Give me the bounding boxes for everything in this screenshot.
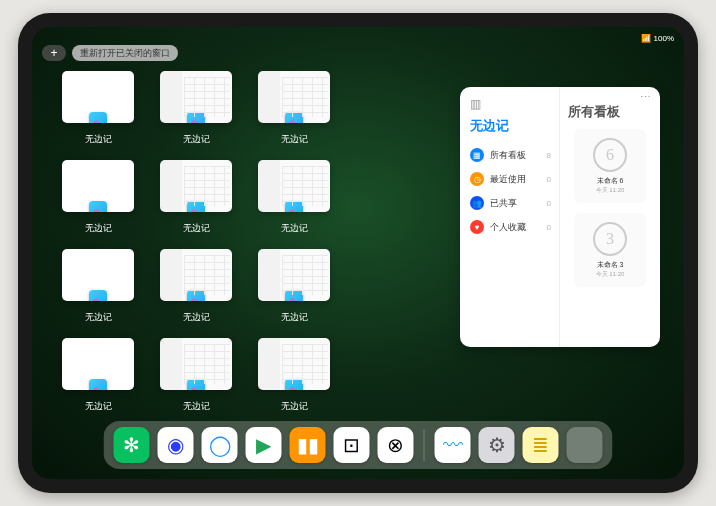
people-icon: 👥 xyxy=(470,196,484,210)
sidebar-item-heart[interactable]: ♥ 个人收藏 0 xyxy=(470,215,551,239)
screen: 📶 100% + 重新打开已关闭的窗口 无边记 无边记 无边记 xyxy=(32,27,684,479)
window-label: 无边记 xyxy=(183,400,210,413)
freeform-app-icon xyxy=(89,201,107,212)
sidebar-item-count: 0 xyxy=(547,175,551,184)
sidebar-item-count: 8 xyxy=(547,151,551,160)
ipad-frame: 📶 100% + 重新打开已关闭的窗口 无边记 无边记 无边记 xyxy=(18,13,698,493)
freeform-app-icon xyxy=(187,112,205,123)
board-time: 今天 11:20 xyxy=(596,186,625,195)
dock-app-playstore[interactable]: ▶ xyxy=(246,427,282,463)
board-sketch: 3 xyxy=(593,222,627,256)
window-thumbnail[interactable]: 无边记 xyxy=(160,71,232,146)
dock-app-qqbrowser[interactable]: ◯ xyxy=(202,427,238,463)
window-thumbnail[interactable]: 无边记 xyxy=(62,249,134,324)
dock-separator xyxy=(424,429,425,461)
freeform-app-icon xyxy=(285,201,303,212)
dock-app-dice[interactable]: ⊡ xyxy=(334,427,370,463)
window-label: 无边记 xyxy=(85,222,112,235)
freeform-app-icon xyxy=(187,379,205,390)
sidebar-item-label: 最近使用 xyxy=(490,173,526,186)
dock-app-books[interactable]: ▮▮ xyxy=(290,427,326,463)
sidebar-item-count: 0 xyxy=(547,223,551,232)
status-battery: 📶 100% xyxy=(641,34,674,43)
window-thumbnail[interactable]: 无边记 xyxy=(62,160,134,235)
dock-app-freeform[interactable]: 〰 xyxy=(435,427,471,463)
panel-sidebar: ▥ 无边记 ▦ 所有看板 8 ◷ 最近使用 0 👥 已共享 0 ♥ 个人收藏 0 xyxy=(460,87,560,347)
top-bar: + 重新打开已关闭的窗口 xyxy=(42,45,178,61)
freeform-app-icon xyxy=(285,379,303,390)
window-thumbnail[interactable]: 无边记 xyxy=(160,160,232,235)
window-label: 无边记 xyxy=(183,222,210,235)
board-thumbnail[interactable]: 6 未命名 6 今天 11:20 xyxy=(574,129,646,203)
freeform-panel[interactable]: ▥ 无边记 ▦ 所有看板 8 ◷ 最近使用 0 👥 已共享 0 ♥ 个人收藏 0… xyxy=(460,87,660,347)
window-label: 无边记 xyxy=(281,311,308,324)
panel-content: ⋯ 所有看板 6 未命名 6 今天 11:20 3 未命名 3 今天 11:20 xyxy=(560,87,660,347)
sidebar-item-grid[interactable]: ▦ 所有看板 8 xyxy=(470,143,551,167)
app-switcher-grid: 无边记 无边记 无边记 无边记 无边记 xyxy=(62,71,428,413)
heart-icon: ♥ xyxy=(470,220,484,234)
sidebar-item-label: 个人收藏 xyxy=(490,221,526,234)
board-time: 今天 11:20 xyxy=(596,270,625,279)
reopen-closed-window-button[interactable]: 重新打开已关闭的窗口 xyxy=(72,45,178,61)
sidebar-item-count: 0 xyxy=(547,199,551,208)
sidebar-item-people[interactable]: 👥 已共享 0 xyxy=(470,191,551,215)
window-thumbnail[interactable]: 无边记 xyxy=(258,71,330,146)
status-bar: 📶 100% xyxy=(42,31,674,45)
board-name: 未命名 6 xyxy=(597,176,624,186)
freeform-app-icon xyxy=(285,112,303,123)
window-thumbnail[interactable]: 无边记 xyxy=(160,249,232,324)
freeform-app-icon xyxy=(89,112,107,123)
freeform-app-icon xyxy=(187,290,205,301)
window-label: 无边记 xyxy=(85,400,112,413)
window-thumbnail[interactable]: 无边记 xyxy=(258,160,330,235)
window-label: 无边记 xyxy=(281,133,308,146)
window-label: 无边记 xyxy=(281,222,308,235)
dock-app-wechat[interactable]: ✻ xyxy=(114,427,150,463)
freeform-app-icon xyxy=(89,379,107,390)
clock-icon: ◷ xyxy=(470,172,484,186)
sidebar-toggle-icon[interactable]: ▥ xyxy=(470,97,551,111)
dock-app-connect[interactable]: ⊗ xyxy=(378,427,414,463)
dock-app-notes[interactable]: ≣ xyxy=(523,427,559,463)
sidebar-item-clock[interactable]: ◷ 最近使用 0 xyxy=(470,167,551,191)
window-thumbnail[interactable]: 无边记 xyxy=(258,249,330,324)
window-label: 无边记 xyxy=(183,311,210,324)
window-label: 无边记 xyxy=(281,400,308,413)
more-options-icon[interactable]: ⋯ xyxy=(640,91,652,104)
new-window-button[interactable]: + xyxy=(42,45,66,61)
window-label: 无边记 xyxy=(183,133,210,146)
freeform-app-icon xyxy=(187,201,205,212)
dock-app-library[interactable] xyxy=(567,427,603,463)
sidebar-item-label: 所有看板 xyxy=(490,149,526,162)
window-label: 无边记 xyxy=(85,311,112,324)
dock-app-quark[interactable]: ◉ xyxy=(158,427,194,463)
board-name: 未命名 3 xyxy=(597,260,624,270)
window-thumbnail[interactable]: 无边记 xyxy=(62,71,134,146)
dock-app-settings[interactable]: ⚙ xyxy=(479,427,515,463)
window-thumbnail[interactable]: 无边记 xyxy=(258,338,330,413)
window-thumbnail[interactable]: 无边记 xyxy=(62,338,134,413)
freeform-app-icon xyxy=(89,290,107,301)
panel-app-title: 无边记 xyxy=(470,117,551,135)
board-thumbnail[interactable]: 3 未命名 3 今天 11:20 xyxy=(574,213,646,287)
panel-section-title: 所有看板 xyxy=(568,103,652,121)
window-label: 无边记 xyxy=(85,133,112,146)
board-sketch: 6 xyxy=(593,138,627,172)
dock: ✻ ◉ ◯ ▶ ▮▮ ⊡ ⊗ 〰 ⚙ ≣ xyxy=(104,421,613,469)
window-thumbnail[interactable]: 无边记 xyxy=(160,338,232,413)
freeform-app-icon xyxy=(285,290,303,301)
sidebar-item-label: 已共享 xyxy=(490,197,517,210)
grid-icon: ▦ xyxy=(470,148,484,162)
